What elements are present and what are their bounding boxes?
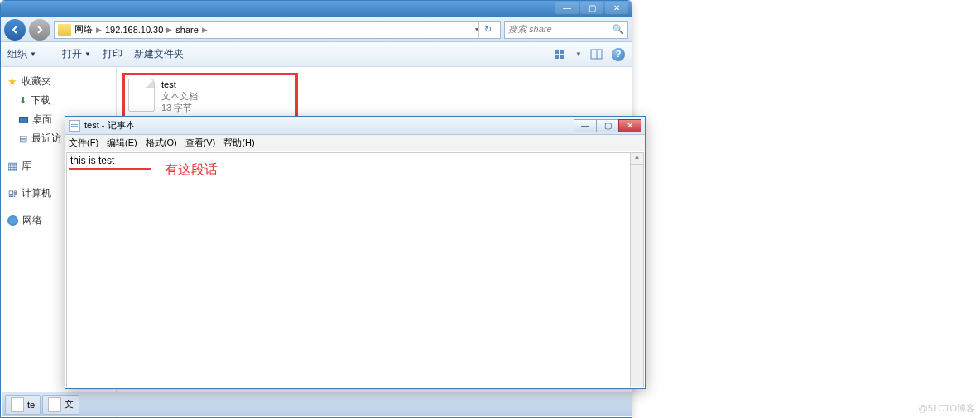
sidebar-downloads[interactable]: ⬇下载 <box>4 91 113 110</box>
notepad-textarea[interactable]: this is test ▲ 有这段话 <box>66 152 644 387</box>
file-size: 13 字节 <box>161 102 198 113</box>
open-button[interactable]: 打开▼ <box>48 47 91 61</box>
recent-icon: ▤ <box>19 133 27 144</box>
svg-rect-1 <box>560 50 564 54</box>
view-dropdown[interactable]: ▼ <box>575 50 582 58</box>
explorer-navbar: 网络 ▶ 192.168.10.30 ▶ share ▶ ▾ ↻ 搜索 shar… <box>1 17 632 42</box>
svg-rect-0 <box>555 50 559 54</box>
annotation-line <box>69 168 151 170</box>
print-button[interactable]: 打印 <box>103 47 122 61</box>
menu-help[interactable]: 帮助(H) <box>223 137 254 149</box>
forward-button[interactable] <box>29 19 50 41</box>
notepad-content: this is test <box>70 155 114 166</box>
menu-edit[interactable]: 编辑(E) <box>107 137 137 149</box>
taskbar-item-1[interactable]: te <box>5 395 41 415</box>
folder-icon <box>58 24 71 36</box>
taskbar: te 文 <box>2 392 632 416</box>
maximize-button[interactable]: ▢ <box>580 2 603 14</box>
notepad-title: test - 记事本 <box>84 119 135 132</box>
download-icon: ⬇ <box>19 95 26 106</box>
menu-format[interactable]: 格式(O) <box>146 137 177 149</box>
scroll-up-icon[interactable]: ▲ <box>631 153 643 165</box>
breadcrumb-sep: ▶ <box>163 26 175 34</box>
taskbar-item-2[interactable]: 文 <box>42 395 79 415</box>
explorer-titlebar[interactable]: — ▢ ✕ <box>1 1 632 17</box>
breadcrumb-network[interactable]: 网络 <box>74 23 93 36</box>
breadcrumb-sep: ▶ <box>199 26 211 34</box>
search-placeholder: 搜索 share <box>508 23 552 36</box>
notepad-icon <box>69 120 80 132</box>
breadcrumb-folder[interactable]: share <box>175 25 199 35</box>
menu-view[interactable]: 查看(V) <box>185 137 216 149</box>
sidebar-favorites[interactable]: ★收藏夹 <box>4 72 113 91</box>
back-button[interactable] <box>4 19 26 41</box>
notepad-window: test - 记事本 — ▢ ✕ 文件(F) 编辑(E) 格式(O) 查看(V)… <box>65 116 646 389</box>
help-button[interactable]: ? <box>612 48 625 61</box>
breadcrumb-sep: ▶ <box>93 26 105 34</box>
search-input[interactable]: 搜索 share 🔍 <box>504 21 628 39</box>
preview-pane-button[interactable] <box>590 49 603 60</box>
svg-rect-3 <box>560 55 564 59</box>
new-folder-button[interactable]: 新建文件夹 <box>134 47 184 61</box>
scrollbar[interactable]: ▲ <box>630 153 643 387</box>
notepad-close-button[interactable]: ✕ <box>618 119 641 132</box>
notepad-maximize-button[interactable]: ▢ <box>596 119 619 132</box>
notepad-minimize-button[interactable]: — <box>574 119 597 132</box>
refresh-button[interactable]: ↻ <box>478 22 497 38</box>
task-file-icon <box>11 397 24 412</box>
task-file-icon <box>48 397 61 412</box>
annotation-text: 有这段话 <box>165 161 218 179</box>
explorer-toolbar: 组织▼ 打开▼ 打印 新建文件夹 ▼ ? <box>1 42 632 67</box>
organize-button[interactable]: 组织▼ <box>7 47 36 61</box>
open-icon <box>48 50 60 60</box>
view-options-button[interactable] <box>554 49 567 60</box>
library-icon: ▦ <box>7 160 17 172</box>
watermark: @51CTO博客 <box>919 402 975 415</box>
text-file-icon <box>128 79 155 112</box>
notepad-titlebar[interactable]: test - 记事本 — ▢ ✕ <box>65 117 645 135</box>
star-icon: ★ <box>7 75 17 88</box>
network-icon <box>7 215 18 226</box>
computer-icon: 🖳 <box>7 188 17 199</box>
notepad-menubar: 文件(F) 编辑(E) 格式(O) 查看(V) 帮助(H) <box>65 135 645 151</box>
svg-rect-2 <box>555 55 559 59</box>
desktop-icon <box>19 117 28 123</box>
menu-file[interactable]: 文件(F) <box>69 137 98 149</box>
minimize-button[interactable]: — <box>555 2 579 14</box>
file-type: 文本文档 <box>161 90 198 102</box>
file-name: test <box>161 79 198 90</box>
file-item-test[interactable]: test 文本文档 13 字节 <box>123 74 297 118</box>
close-button[interactable]: ✕ <box>605 2 628 14</box>
search-icon: 🔍 <box>612 24 624 35</box>
address-bar[interactable]: 网络 ▶ 192.168.10.30 ▶ share ▶ ▾ ↻ <box>54 21 501 39</box>
breadcrumb-ip[interactable]: 192.168.10.30 <box>105 25 163 35</box>
